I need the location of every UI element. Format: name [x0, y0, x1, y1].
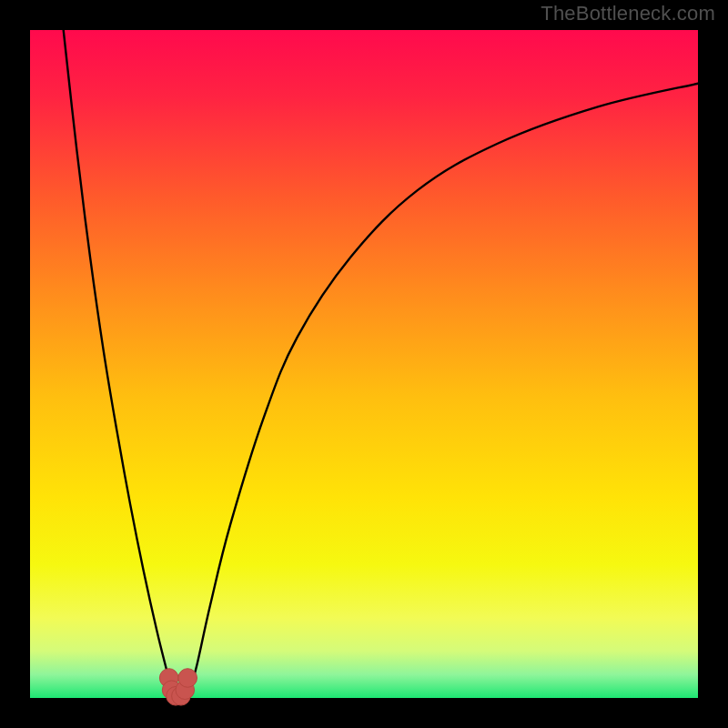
chart-root: TheBottleneck.com	[0, 0, 728, 728]
svg-rect-0	[30, 30, 698, 698]
watermark-text: TheBottleneck.com	[541, 2, 715, 25]
plot-gradient-background	[30, 30, 698, 698]
